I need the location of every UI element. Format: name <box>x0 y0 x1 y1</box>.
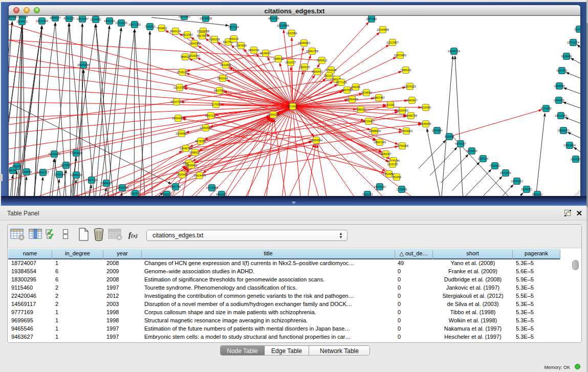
svg-text:1405572: 1405572 <box>17 20 28 23</box>
svg-text:7386322: 7386322 <box>356 108 366 111</box>
svg-text:19384554: 19384554 <box>310 139 322 142</box>
svg-text:19107514: 19107514 <box>170 100 183 103</box>
svg-text:8215955: 8215955 <box>541 107 552 110</box>
svg-text:9084067: 9084067 <box>381 152 391 156</box>
svg-text:391545: 391545 <box>9 169 17 172</box>
svg-text:9356112: 9356112 <box>532 193 543 196</box>
svg-text:6497568: 6497568 <box>342 89 353 92</box>
svg-text:10025433: 10025433 <box>396 109 408 112</box>
svg-text:16671355: 16671355 <box>128 23 141 26</box>
svg-text:20053346: 20053346 <box>77 63 90 67</box>
svg-text:9329966: 9329966 <box>561 55 572 58</box>
svg-text:2087682: 2087682 <box>366 17 377 20</box>
svg-text:9242848: 9242848 <box>221 63 231 67</box>
svg-text:8427552: 8427552 <box>214 89 225 92</box>
svg-text:9777169: 9777169 <box>336 81 347 84</box>
svg-text:1362615: 1362615 <box>299 65 310 69</box>
svg-text:746266: 746266 <box>351 85 360 89</box>
svg-text:16782759: 16782759 <box>116 186 128 189</box>
svg-text:12213369: 12213369 <box>173 86 186 89</box>
svg-text:8471676: 8471676 <box>500 171 511 174</box>
svg-text:1112384: 1112384 <box>574 28 580 31</box>
svg-text:15751074: 15751074 <box>567 41 579 44</box>
svg-text:2718126: 2718126 <box>177 71 188 74</box>
svg-text:8660124: 8660124 <box>170 30 181 33</box>
svg-text:17359924: 17359924 <box>70 151 82 155</box>
svg-text:10688609: 10688609 <box>368 129 381 133</box>
svg-text:5498222: 5498222 <box>190 151 201 154</box>
svg-text:3624554: 3624554 <box>361 91 372 94</box>
svg-text:1192346: 1192346 <box>130 192 141 195</box>
svg-text:16495758: 16495758 <box>405 114 417 117</box>
svg-text:8813054: 8813054 <box>269 17 279 20</box>
svg-text:1145194: 1145194 <box>54 173 65 176</box>
svg-text:10719155: 10719155 <box>115 21 127 25</box>
svg-text:7485063: 7485063 <box>401 69 411 72</box>
svg-text:10807487: 10807487 <box>373 96 385 99</box>
svg-text:25300275: 25300275 <box>267 113 279 116</box>
svg-text:12942737: 12942737 <box>37 171 49 174</box>
svg-text:7422153: 7422153 <box>362 193 373 196</box>
svg-text:15692971: 15692971 <box>557 129 570 132</box>
svg-text:18807249: 18807249 <box>374 141 386 144</box>
svg-text:10756928: 10756928 <box>396 144 408 147</box>
svg-text:16154838: 16154838 <box>377 28 389 31</box>
svg-text:7663822: 7663822 <box>157 27 167 30</box>
svg-text:19166827: 19166827 <box>176 132 188 135</box>
svg-text:2367608: 2367608 <box>236 44 247 47</box>
svg-text:9546327: 9546327 <box>50 16 61 19</box>
svg-text:9699695: 9699695 <box>421 122 431 125</box>
svg-text:7515523: 7515523 <box>145 25 156 28</box>
svg-text:19218586: 19218586 <box>277 24 289 27</box>
svg-text:18211463: 18211463 <box>178 16 190 18</box>
svg-text:20364436: 20364436 <box>346 98 358 101</box>
svg-text:16648764: 16648764 <box>448 50 460 53</box>
svg-text:9463627: 9463627 <box>407 99 418 102</box>
svg-text:16961758: 16961758 <box>306 50 318 53</box>
svg-text:12353594: 12353594 <box>200 126 212 129</box>
svg-text:7955812: 7955812 <box>317 59 328 62</box>
svg-text:2803144: 2803144 <box>217 77 228 80</box>
svg-text:1621072: 1621072 <box>324 74 335 77</box>
svg-text:12975115: 12975115 <box>404 85 416 88</box>
svg-text:6479197: 6479197 <box>455 142 466 145</box>
svg-text:252254: 252254 <box>392 176 401 179</box>
svg-text:117006: 117006 <box>211 103 221 106</box>
svg-text:935892: 935892 <box>445 135 454 138</box>
svg-text:16543382: 16543382 <box>188 42 201 45</box>
svg-text:7357224: 7357224 <box>228 26 239 29</box>
svg-text:15716485: 15716485 <box>206 186 218 189</box>
svg-text:1432584: 1432584 <box>287 32 297 35</box>
svg-text:62160: 62160 <box>387 103 395 106</box>
svg-text:7625402: 7625402 <box>177 173 188 176</box>
svg-text:18724007: 18724007 <box>287 105 299 108</box>
svg-text:6794028: 6794028 <box>326 69 337 72</box>
svg-text:1640954: 1640954 <box>432 129 443 132</box>
svg-text:9752011: 9752011 <box>162 193 172 196</box>
svg-text:17016504: 17016504 <box>563 144 576 147</box>
svg-text:9457791: 9457791 <box>170 185 181 188</box>
svg-text:16210643: 16210643 <box>555 114 567 117</box>
svg-text:1167533: 1167533 <box>571 158 580 161</box>
svg-text:8990443: 8990443 <box>312 70 323 73</box>
svg-text:16640910: 16640910 <box>298 41 310 45</box>
svg-text:20691406: 20691406 <box>36 19 48 23</box>
svg-text:9327505: 9327505 <box>197 34 208 37</box>
svg-text:3822037: 3822037 <box>286 61 296 64</box>
svg-text:2005174: 2005174 <box>17 16 28 18</box>
svg-text:9227342: 9227342 <box>557 69 568 72</box>
svg-text:8678352: 8678352 <box>195 140 206 143</box>
svg-text:9975867: 9975867 <box>61 164 72 167</box>
svg-text:8741205: 8741205 <box>64 17 75 20</box>
svg-text:8912954: 8912954 <box>182 33 193 36</box>
svg-text:8642913: 8642913 <box>216 193 227 196</box>
svg-text:1733426: 1733426 <box>397 188 407 191</box>
svg-text:10655287: 10655287 <box>76 17 89 20</box>
svg-text:16914479: 16914479 <box>193 174 206 177</box>
svg-text:163090: 163090 <box>9 16 17 18</box>
svg-text:546210: 546210 <box>229 37 238 40</box>
svg-text:10654112: 10654112 <box>511 180 523 183</box>
svg-text:9245052: 9245052 <box>521 188 532 191</box>
svg-text:12505135: 12505135 <box>70 173 82 177</box>
svg-text:989612: 989612 <box>181 55 190 58</box>
